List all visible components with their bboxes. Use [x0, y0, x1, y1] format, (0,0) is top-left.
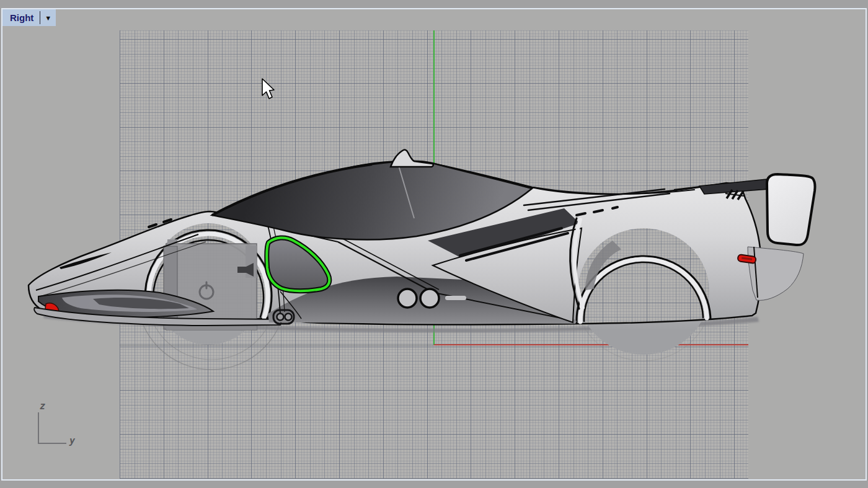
rear-wing-endplate[interactable] [767, 174, 815, 245]
app-window: z y Right ▼ [0, 0, 868, 488]
car-model-canvas[interactable] [0, 0, 868, 488]
gizmo-y-axis [38, 443, 66, 444]
front-arch-assembly[interactable] [164, 239, 257, 330]
wing-blade[interactable] [699, 179, 768, 194]
gizmo-z-label: z [40, 401, 45, 412]
viewport-title[interactable]: Right [2, 12, 40, 23]
gizmo-y-label: y [69, 435, 75, 446]
viewport-title-tab[interactable]: Right ▼ [2, 9, 56, 26]
gizmo-z-axis [38, 412, 39, 444]
rear-wheel-arch[interactable] [577, 241, 711, 322]
roof-fin[interactable] [391, 150, 433, 167]
chevron-down-icon[interactable]: ▼ [40, 14, 56, 22]
